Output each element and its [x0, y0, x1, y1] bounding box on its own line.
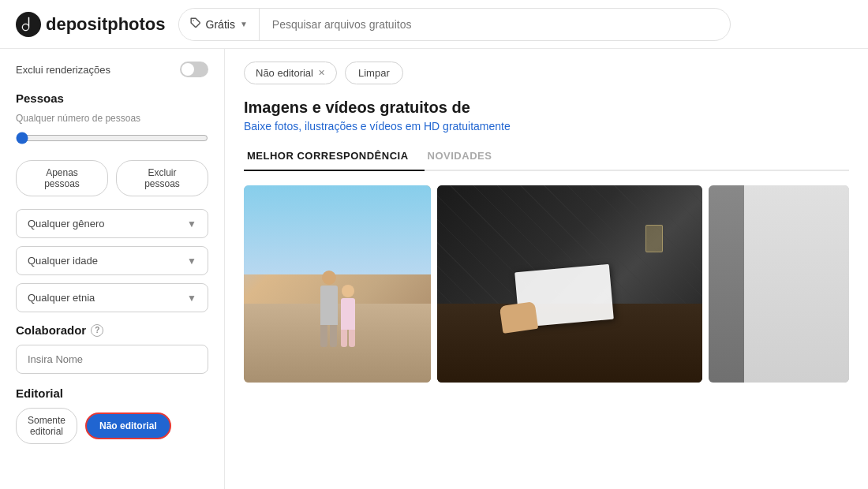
- tag-icon: [190, 17, 201, 31]
- search-bar: Grátis ▼: [178, 8, 731, 41]
- etnia-chevron-icon: ▼: [187, 293, 196, 304]
- somente-editorial-button[interactable]: Somenteeditorial: [16, 408, 77, 444]
- image-grid: [244, 185, 849, 383]
- logo-text: depositphotos: [46, 14, 166, 35]
- page-heading-title: Imagens e vídeos gratuitos de: [244, 99, 849, 117]
- idade-chevron-icon: ▼: [187, 256, 196, 267]
- people-subtitle: Qualquer número de pessoas: [16, 113, 208, 124]
- limpar-button[interactable]: Limpar: [345, 62, 403, 84]
- page-heading-subtitle: Baixe fotos, ilustrações e vídeos em HD …: [244, 120, 849, 133]
- gratis-label: Grátis: [206, 18, 235, 31]
- people-section-title: Pessoas: [16, 91, 208, 105]
- exclude-renders-toggle[interactable]: [180, 62, 208, 77]
- editorial-section: Editorial Somenteeditorial Não editorial: [16, 386, 208, 444]
- close-icon[interactable]: ✕: [318, 68, 325, 78]
- people-buttons: Apenaspessoas Excluirpessoas: [16, 160, 208, 196]
- people-range-slider[interactable]: [16, 132, 208, 147]
- tabs: MELHOR CORRESPONDÊNCIA NOVIDADES: [244, 142, 849, 171]
- nao-editorial-filter-tag[interactable]: Não editorial ✕: [244, 62, 337, 84]
- chevron-down-icon: ▼: [240, 20, 248, 28]
- colaborador-title: Colaborador ?: [16, 323, 208, 337]
- tab-melhor-correspondencia[interactable]: MELHOR CORRESPONDÊNCIA: [244, 142, 425, 171]
- tab-novidades[interactable]: NOVIDADES: [425, 142, 508, 171]
- idade-dropdown[interactable]: Qualquer idade ▼: [16, 246, 208, 275]
- help-icon[interactable]: ?: [91, 324, 103, 337]
- genero-dropdown[interactable]: Qualquer gênero ▼: [16, 209, 208, 238]
- toggle-row: Exclui renderizações: [16, 62, 208, 77]
- logo-icon: [16, 12, 41, 37]
- svg-point-0: [23, 24, 28, 30]
- nao-editorial-button[interactable]: Não editorial: [85, 412, 171, 439]
- heading-hd-highlight: HD: [424, 120, 440, 133]
- content-area: Não editorial ✕ Limpar Imagens e vídeos …: [225, 49, 868, 489]
- range-input[interactable]: [16, 132, 208, 144]
- gratis-dropdown-button[interactable]: Grátis ▼: [179, 9, 260, 40]
- image-card-2[interactable]: [437, 185, 702, 383]
- sidebar: Exclui renderizações Pessoas Qualquer nú…: [0, 49, 225, 489]
- toggle-label: Exclui renderizações: [16, 64, 110, 76]
- heading-sub-prefix: Baixe fotos, ilustrações e vídeos em: [244, 120, 424, 133]
- apenas-pessoas-button[interactable]: Apenaspessoas: [16, 160, 108, 196]
- filter-tag-label: Não editorial: [256, 67, 313, 79]
- genero-chevron-icon: ▼: [187, 218, 196, 230]
- page-heading: Imagens e vídeos gratuitos de Baixe foto…: [244, 99, 849, 133]
- main-layout: Exclui renderizações Pessoas Qualquer nú…: [0, 49, 868, 489]
- editorial-buttons: Somenteeditorial Não editorial: [16, 408, 208, 444]
- etnia-label: Qualquer etnia: [28, 292, 95, 304]
- colaborador-input[interactable]: [16, 345, 208, 374]
- search-input[interactable]: [260, 9, 730, 40]
- etnia-dropdown[interactable]: Qualquer etnia ▼: [16, 283, 208, 312]
- editorial-title: Editorial: [16, 386, 208, 400]
- logo[interactable]: depositphotos: [16, 12, 166, 37]
- image-card-1[interactable]: [244, 185, 431, 383]
- excluir-pessoas-button[interactable]: Excluirpessoas: [116, 160, 208, 196]
- genero-label: Qualquer gênero: [28, 218, 105, 230]
- heading-sub-suffix: gratuitamente: [440, 120, 511, 133]
- header: depositphotos Grátis ▼: [0, 0, 868, 49]
- filter-tags: Não editorial ✕ Limpar: [244, 62, 849, 84]
- image-card-3[interactable]: [709, 185, 849, 383]
- idade-label: Qualquer idade: [28, 255, 98, 267]
- colaborador-section: Colaborador ?: [16, 323, 208, 374]
